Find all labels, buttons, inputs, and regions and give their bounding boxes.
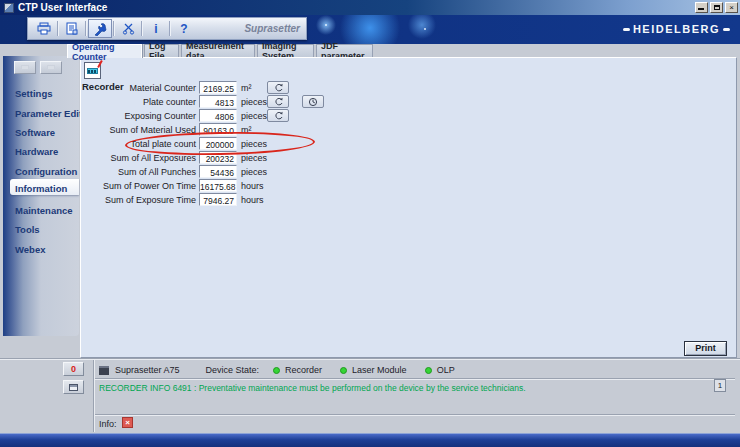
dismiss-info-button[interactable]: × bbox=[122, 417, 133, 428]
device-state-label: Device State: bbox=[206, 365, 260, 375]
toolbar-separator bbox=[141, 21, 143, 36]
nav-forward-button[interactable] bbox=[40, 61, 62, 74]
module-olp: OLP bbox=[437, 365, 455, 375]
counter-label: Material Counter bbox=[129, 83, 196, 93]
window-title: CTP User Interface bbox=[18, 2, 695, 13]
counter-unit: hours bbox=[241, 181, 264, 191]
counter-unit: pieces bbox=[241, 167, 267, 177]
sum-power-on-time-field[interactable]: 16175.68 bbox=[199, 179, 237, 192]
brand-text: HEIDELBERG bbox=[633, 23, 720, 35]
reset-icon bbox=[273, 97, 284, 107]
recorder-icon bbox=[84, 62, 101, 79]
close-button[interactable]: × bbox=[725, 2, 738, 13]
sparkle-decoration bbox=[325, 24, 327, 26]
sum-exposure-time-field[interactable]: 7946.27 bbox=[199, 193, 237, 206]
counter-row: Sum of All Exposures 200232 pieces bbox=[81, 151, 481, 164]
message-log-button[interactable] bbox=[63, 380, 84, 394]
info-label: Info: bbox=[99, 419, 117, 429]
plate-counter-field[interactable]: 4813 bbox=[199, 95, 237, 108]
olp-status-led bbox=[425, 367, 432, 374]
app-icon bbox=[4, 3, 14, 13]
counter-label: Sum of All Punches bbox=[118, 167, 196, 177]
sidebar-item-information[interactable]: Information bbox=[15, 183, 77, 196]
counter-unit: pieces bbox=[241, 111, 267, 121]
counter-unit: pieces bbox=[241, 97, 267, 107]
alarm-button[interactable]: 0 bbox=[63, 362, 84, 376]
material-counter-field[interactable]: 2169.25 bbox=[199, 81, 237, 94]
print-button[interactable]: Print bbox=[684, 341, 727, 356]
report-toolbar-button[interactable] bbox=[60, 19, 84, 38]
module-laser: Laser Module bbox=[352, 365, 407, 375]
nav-back-button[interactable] bbox=[14, 61, 36, 74]
tab-bar: Operating Counter Log File Measurement d… bbox=[67, 44, 373, 58]
tab-imaging-system[interactable]: Imaging System bbox=[257, 44, 314, 57]
logo-bar bbox=[723, 28, 730, 31]
info-toolbar-button[interactable]: i bbox=[144, 19, 168, 38]
reset-icon bbox=[273, 111, 284, 121]
sum-all-punches-field[interactable]: 54436 bbox=[199, 165, 237, 178]
toolbar-device-label: Suprasetter bbox=[244, 23, 300, 34]
banner-glow-decoration bbox=[300, 15, 470, 44]
forward-icon bbox=[47, 65, 55, 70]
sidebar-item-software[interactable]: Software bbox=[15, 127, 77, 140]
message-window-icon bbox=[69, 384, 78, 391]
reset-exposing-counter-button[interactable] bbox=[267, 109, 289, 122]
counter-row: Sum of Power On Time 16175.68 hours bbox=[81, 179, 481, 192]
scissors-icon bbox=[122, 22, 135, 35]
counter-row: Material Counter 2169.25 m² bbox=[81, 81, 481, 94]
laser-module-status-led bbox=[340, 367, 347, 374]
status-area: 0 Suprasetter A75 Device State: Recorder… bbox=[0, 358, 740, 433]
counter-history-button[interactable] bbox=[302, 95, 324, 108]
counter-row: Sum of Exposure Time 7946.27 hours bbox=[81, 193, 481, 206]
report-icon bbox=[66, 22, 78, 35]
reset-icon bbox=[273, 83, 284, 93]
status-divider bbox=[95, 378, 735, 380]
minimize-button[interactable] bbox=[695, 2, 708, 13]
sidebar: Settings Parameter Editor Software Hardw… bbox=[3, 56, 79, 336]
toolbar-separator bbox=[113, 21, 115, 36]
tab-measurement-data[interactable]: Measurement data bbox=[181, 44, 255, 57]
bottom-bar bbox=[0, 433, 740, 447]
restore-button[interactable] bbox=[710, 2, 723, 13]
help-icon: ? bbox=[180, 22, 187, 36]
sidebar-item-hardware[interactable]: Hardware bbox=[15, 146, 77, 159]
minimize-icon bbox=[698, 8, 704, 10]
logo-bar bbox=[623, 28, 630, 31]
service-toolbar-button[interactable] bbox=[88, 19, 112, 38]
clock-icon bbox=[308, 97, 318, 107]
tab-operating-counter[interactable]: Operating Counter bbox=[67, 44, 142, 58]
header-banner: i ? Suprasetter HEIDELBERG bbox=[0, 15, 740, 44]
counter-label: Sum of Power On Time bbox=[103, 181, 196, 191]
heidelberg-logo: HEIDELBERG bbox=[623, 23, 730, 35]
message-count-badge: 1 bbox=[714, 379, 726, 392]
tab-log-file[interactable]: Log File bbox=[144, 44, 179, 57]
sidebar-item-maintenance[interactable]: Maintenance bbox=[15, 205, 77, 218]
sidebar-item-configuration[interactable]: Configuration bbox=[15, 166, 77, 179]
back-icon bbox=[21, 65, 29, 70]
toolbar: i ? Suprasetter bbox=[27, 17, 307, 40]
counter-label: Plate counter bbox=[143, 97, 196, 107]
title-bar: CTP User Interface × bbox=[0, 0, 740, 15]
sidebar-item-settings[interactable]: Settings bbox=[15, 88, 77, 101]
recorder-info-message: RECORDER INFO 6491 : Preventative mainte… bbox=[99, 383, 699, 393]
sidebar-item-parameter-editor[interactable]: Parameter Editor bbox=[15, 108, 77, 121]
alarm-count: 0 bbox=[71, 364, 76, 374]
print-icon bbox=[37, 22, 51, 35]
module-recorder: Recorder bbox=[285, 365, 322, 375]
content-panel: Recorder Material Counter 2169.25 m² Pla… bbox=[80, 57, 737, 358]
toolbar-separator bbox=[169, 21, 171, 36]
help-toolbar-button[interactable]: ? bbox=[172, 19, 196, 38]
sparkle-decoration bbox=[424, 28, 426, 30]
sidebar-item-webex[interactable]: Webex bbox=[15, 244, 77, 257]
print-toolbar-button[interactable] bbox=[32, 19, 56, 38]
recorder-status-led bbox=[273, 367, 280, 374]
sidebar-item-tools[interactable]: Tools bbox=[15, 224, 77, 237]
reset-plate-counter-button[interactable] bbox=[267, 95, 289, 108]
counter-row: Plate counter 4813 pieces bbox=[81, 95, 481, 108]
tab-jdf-parameter[interactable]: JDF parameter bbox=[316, 44, 373, 57]
reset-material-counter-button[interactable] bbox=[267, 81, 289, 94]
info-icon: i bbox=[154, 22, 157, 36]
exposing-counter-field[interactable]: 4806 bbox=[199, 109, 237, 122]
tools-toolbar-button[interactable] bbox=[116, 19, 140, 38]
counter-unit: m² bbox=[241, 83, 252, 93]
